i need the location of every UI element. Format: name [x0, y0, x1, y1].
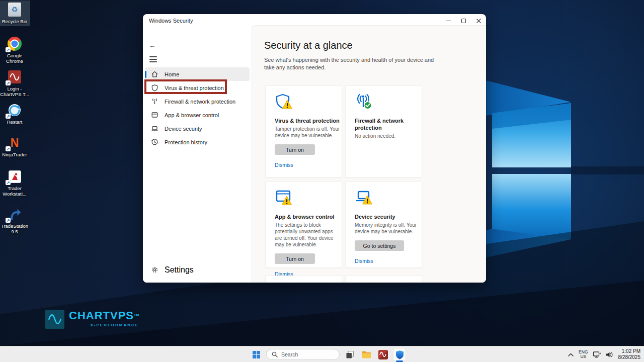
sidebar-item-label: Device security [165, 126, 202, 132]
desktop-icon-label: Login - ChartVPS T... [0, 86, 29, 97]
language-line2: US [579, 354, 588, 359]
sidebar-item-app-browser-control[interactable]: App & browser control [145, 108, 250, 122]
start-button[interactable] [250, 348, 263, 361]
go-to-settings-button[interactable]: Go to settings [355, 240, 404, 251]
shortcut-arrow-icon: ↗ [6, 114, 11, 119]
volume-icon[interactable] [606, 351, 614, 358]
turn-on-button[interactable]: Turn on [275, 253, 315, 264]
firewall-ok-icon [355, 93, 377, 112]
brand-tm: TM [134, 313, 139, 317]
shortcut-arrow-icon: ↗ [6, 47, 11, 52]
sidebar-item-label: Settings [165, 265, 194, 275]
taskbar-search[interactable]: Search [266, 349, 340, 360]
hidden-icons-chevron[interactable] [568, 352, 574, 357]
desktop-icon-label: NinjaTrader [2, 152, 27, 157]
page-title: Security at a glance [264, 40, 353, 51]
card-description: Tamper protection is off. Your device ma… [275, 126, 341, 139]
sidebar-item-home[interactable]: Home [145, 67, 250, 81]
taskbar: Search [0, 346, 644, 362]
network-icon[interactable] [593, 351, 601, 358]
windows-security-taskbar-button[interactable] [393, 348, 406, 361]
shield-icon [151, 84, 158, 92]
card-title: Device security [355, 213, 421, 220]
card-description: No action needed. [355, 133, 421, 139]
sidebar-item-protection-history[interactable]: Protection history [145, 135, 250, 149]
device-security-icon [151, 125, 158, 132]
desktop-icon-ninjatrader[interactable]: N ↗ NinjaTrader [0, 134, 29, 158]
chartvps-icon [378, 350, 388, 359]
clock-time: 1:02 PM [618, 348, 641, 354]
card-app-browser-control: App & browser control The settings to bl… [265, 182, 342, 268]
sidebar-item-virus-threat-protection[interactable]: Virus & threat protection [145, 81, 250, 95]
desktop-icon-restart[interactable]: ↗ Restart [0, 102, 29, 126]
turn-on-button[interactable]: Turn on [275, 144, 315, 155]
desktop-icon-chartvps-login[interactable]: ↗ Login - ChartVPS T... [0, 68, 29, 98]
card-title: Firewall & network protection [355, 117, 415, 131]
desktop-icon-label: Google Chrome [0, 53, 29, 64]
start-icon [253, 351, 260, 358]
task-view-icon [346, 350, 354, 359]
task-view-button[interactable] [343, 348, 356, 361]
shield-warning-icon [275, 93, 297, 112]
shortcut-arrow-icon: ↗ [6, 180, 11, 185]
app-browser-icon [151, 111, 158, 119]
sidebar-item-label: Virus & threat protection [165, 85, 224, 91]
card-firewall-network-protection: Firewall & network protection No action … [345, 85, 422, 177]
sidebar-item-label: Firewall & network protection [165, 99, 235, 105]
page-subtitle: See what's happening with the security a… [264, 56, 436, 71]
card-device-security: Device security Memory integrity is off.… [345, 182, 422, 268]
sidebar-item-device-security[interactable]: Device security [145, 122, 250, 135]
desktop-icon-tradestation[interactable]: ↗ TradeStation 9.5 [0, 206, 29, 235]
desktop-icon-label: Restart [7, 119, 23, 125]
search-icon [272, 351, 278, 357]
desktop-icon-recycle-bin[interactable]: ♻ Recycle Bin [0, 1, 29, 25]
brand-tagline: X-PERFORMANCE [90, 323, 139, 327]
chartvps-app-button[interactable] [376, 348, 389, 361]
sidebar-item-label: App & browser control [165, 112, 219, 118]
card-description: The settings to block potentially unwant… [275, 222, 341, 248]
windows-security-window: Windows Security ← Home [143, 14, 486, 283]
clock-date: 8/28/2025 [618, 354, 641, 360]
card-title: App & browser control [275, 213, 341, 220]
shortcut-arrow-icon: ↗ [6, 146, 11, 151]
desktop-icon-trader-workstation[interactable]: ↗ Trader Workstati... [0, 168, 29, 198]
back-button[interactable]: ← [149, 41, 156, 49]
windows-security-icon [395, 350, 404, 359]
card-description: Memory integrity is off. Your device may… [355, 222, 421, 235]
home-icon [151, 70, 158, 78]
file-explorer-button[interactable] [360, 348, 373, 361]
brand-name: CHARTVPS [69, 309, 134, 322]
search-placeholder: Search [281, 351, 298, 357]
history-icon [151, 138, 158, 146]
sidebar-item-settings[interactable]: Settings [145, 263, 250, 277]
chartvps-logo-icon [45, 310, 64, 329]
window-title: Windows Security [149, 18, 193, 24]
desktop-icon-label: TradeStation 9.5 [0, 223, 29, 234]
sidebar-item-label: Home [165, 71, 179, 77]
card-partial [345, 276, 422, 283]
shortcut-arrow-icon: ↗ [6, 218, 11, 223]
dismiss-link[interactable]: Dismiss [275, 162, 293, 168]
sidebar: ← Home Virus & threat protection Fire [143, 27, 252, 283]
sidebar-item-label: Protection history [165, 139, 207, 145]
dismiss-link[interactable]: Dismiss [355, 258, 373, 264]
sidebar-item-firewall-network-protection[interactable]: Firewall & network protection [145, 95, 250, 108]
menu-icon[interactable] [149, 56, 157, 62]
shortcut-arrow-icon: ↗ [6, 80, 11, 85]
desktop-icon-google-chrome[interactable]: ↗ Google Chrome [0, 35, 29, 65]
card-title: Virus & threat protection [275, 117, 341, 124]
gear-icon [151, 266, 158, 274]
taskbar-clock[interactable]: 1:02 PM 8/28/2025 [618, 348, 641, 360]
firewall-icon [151, 98, 158, 105]
app-browser-warning-icon [275, 189, 297, 208]
desktop-icon-label: Recycle Bin [2, 19, 27, 24]
chartvps-branding: CHARTVPSTM X-PERFORMANCE [45, 310, 139, 329]
card-virus-threat-protection: Virus & threat protection Tamper protect… [265, 85, 342, 177]
card-partial [265, 276, 342, 283]
language-indicator[interactable]: ENG US [579, 350, 588, 359]
recycle-bin-icon: ♻ [8, 3, 21, 17]
file-explorer-icon [362, 350, 371, 359]
desktop-icon-label: Trader Workstati... [0, 186, 29, 197]
ninjatrader-icon: N [11, 136, 19, 149]
device-warning-icon [355, 189, 377, 208]
